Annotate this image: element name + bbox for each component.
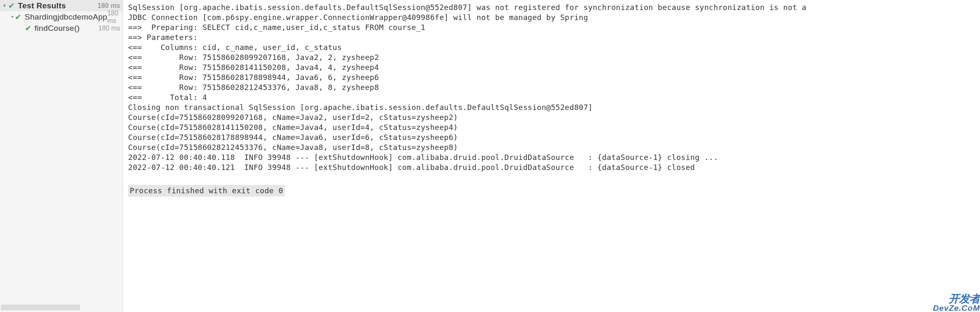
console-output[interactable]: SqlSession [org.apache.ibatis.session.de…	[123, 0, 980, 312]
test-results-sidebar: ▾ ✔ Test Results 180 ms ▾ ✔ Shardingjdbc…	[0, 0, 123, 312]
console-line: ==> Parameters:	[128, 32, 980, 42]
test-node-time: 180 ms	[107, 10, 120, 25]
console-line: Course(cId=751586028212453376, cName=Jav…	[128, 142, 980, 152]
test-results-header[interactable]: ▾ ✔ Test Results 180 ms	[0, 0, 123, 11]
test-results-label: Test Results	[18, 1, 98, 10]
test-node-time: 180 ms	[98, 25, 120, 32]
console-line: Course(cId=751586028141150208, cName=Jav…	[128, 122, 980, 132]
test-node-app[interactable]: ▾ ✔ ShardingjdbcdemoApp 180 ms	[0, 11, 123, 22]
console-line: <== Row: 751586028178898944, Java6, 6, z…	[128, 72, 980, 82]
chevron-down-icon[interactable]: ▾	[2, 3, 8, 8]
console-line: <== Row: 751586028141150208, Java4, 4, z…	[128, 62, 980, 72]
console-line: SqlSession [org.apache.ibatis.session.de…	[128, 2, 980, 12]
console-line: 2022-07-12 00:40:40.121 INFO 39948 --- […	[128, 162, 980, 172]
console-line: Closing non transactional SqlSession [or…	[128, 102, 980, 112]
check-icon: ✔	[15, 12, 21, 22]
check-icon: ✔	[8, 1, 15, 10]
console-line: <== Row: 751586028099207168, Java2, 2, z…	[128, 52, 980, 62]
check-icon: ✔	[25, 24, 31, 33]
chevron-down-icon[interactable]: ▾	[11, 14, 14, 20]
console-line: <== Row: 751586028212453376, Java8, 8, z…	[128, 82, 980, 92]
horizontal-scrollbar[interactable]	[1, 305, 80, 310]
test-node-label: ShardingjdbcdemoApp	[25, 12, 107, 22]
console-line: Course(cId=751586028099207168, cName=Jav…	[128, 112, 980, 122]
console-line: <== Total: 4	[128, 92, 980, 102]
test-node-label: findCourse()	[35, 24, 98, 33]
exit-code-text: Process finished with exit code 0	[128, 185, 285, 197]
console-line: JDBC Connection [com.p6spy.engine.wrappe…	[128, 12, 980, 22]
watermark-line2: DevZe.CoM	[933, 304, 980, 312]
console-line: ==> Preparing: SELECT cid,c_name,user_id…	[128, 22, 980, 32]
watermark-line1: 开发者	[933, 293, 980, 304]
watermark: 开发者 DevZe.CoM	[933, 293, 980, 312]
exit-code-line: Process finished with exit code 0	[128, 172, 980, 197]
console-line: Course(cId=751586028178898944, cName=Jav…	[128, 132, 980, 142]
test-results-time: 180 ms	[98, 2, 120, 10]
console-line: 2022-07-12 00:40:40.118 INFO 39948 --- […	[128, 152, 980, 162]
console-line: <== Columns: cid, c_name, user_id, c_sta…	[128, 42, 980, 52]
test-node-method[interactable]: ✔ findCourse() 180 ms	[0, 22, 123, 34]
